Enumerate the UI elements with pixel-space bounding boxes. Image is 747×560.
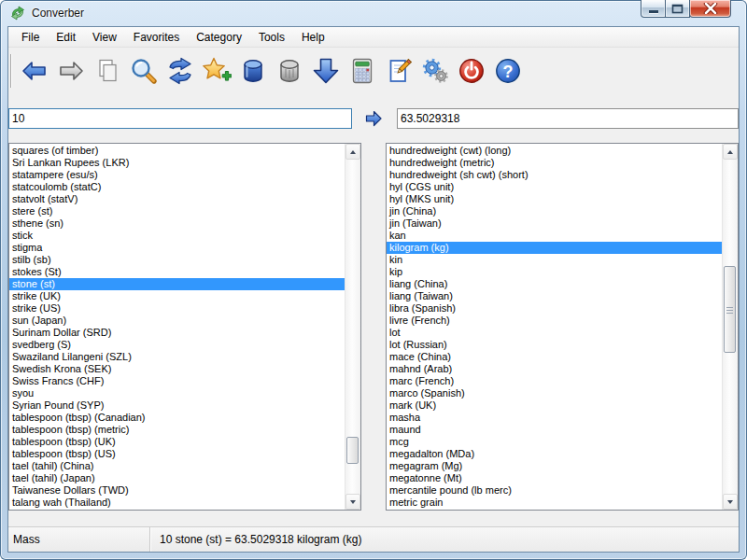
menu-favorites[interactable]: Favorites <box>125 27 188 48</box>
list-item[interactable]: Surinam Dollar (SRD) <box>9 327 345 339</box>
list-item[interactable]: mace (China) <box>387 351 722 363</box>
toolbar-gripper[interactable] <box>10 54 12 88</box>
add-favorite-button[interactable] <box>200 53 233 89</box>
scroll-down-button[interactable] <box>345 494 360 510</box>
list-item[interactable]: kan <box>387 230 722 242</box>
edit-button[interactable] <box>382 53 416 89</box>
list-item[interactable]: squares (of timber) <box>9 145 345 157</box>
list-item[interactable]: statcoulomb (statC) <box>9 181 345 193</box>
list-item[interactable]: megagram (Mg) <box>387 460 722 472</box>
list-item[interactable]: libra (Spanish) <box>387 302 722 315</box>
list-item[interactable]: statvolt (statV) <box>9 193 345 205</box>
forward-button[interactable] <box>54 53 88 89</box>
swap-units-button[interactable] <box>163 53 197 89</box>
scrollbar-thumb[interactable] <box>346 437 359 464</box>
menu-tools[interactable]: Tools <box>250 27 293 48</box>
list-item[interactable]: tael (tahil) (China) <box>9 460 345 472</box>
copy-pages-icon <box>92 56 122 86</box>
from-list-scrollbar[interactable] <box>345 144 360 510</box>
back-button[interactable] <box>18 53 51 89</box>
scroll-down-button[interactable] <box>723 494 738 510</box>
list-item[interactable]: stilb (sb) <box>9 254 345 266</box>
list-item[interactable]: syou <box>9 387 345 399</box>
list-item[interactable]: liang (China) <box>387 278 722 290</box>
from-value-input[interactable] <box>8 108 352 129</box>
copy-button[interactable] <box>91 53 124 89</box>
scrollbar-thumb[interactable] <box>724 266 736 353</box>
list-item[interactable]: mercantile pound (lb merc) <box>387 484 722 497</box>
search-button[interactable] <box>127 53 161 89</box>
list-item[interactable]: jin (Taiwan) <box>387 217 722 230</box>
list-item[interactable]: hundredweight (metric) <box>387 157 722 169</box>
list-item[interactable]: stick <box>9 230 345 242</box>
caption-buttons <box>641 0 731 18</box>
list-item[interactable]: tael (tahil) (Japan) <box>9 472 345 484</box>
close-button[interactable] <box>689 0 731 18</box>
list-item[interactable]: tablespoon (tbsp) (metric) <box>9 424 345 436</box>
menu-file[interactable]: File <box>13 27 48 48</box>
list-item[interactable]: mcg <box>387 436 722 448</box>
exit-button[interactable] <box>455 53 488 89</box>
update-button[interactable] <box>309 53 343 89</box>
to-list-scrollbar[interactable] <box>722 144 738 510</box>
maximize-icon <box>671 4 684 14</box>
calculator-button[interactable] <box>345 53 379 89</box>
list-item[interactable]: hyl (MKS unit) <box>387 193 722 205</box>
list-item[interactable]: Swaziland Lilangeni (SZL) <box>9 351 345 363</box>
list-item[interactable]: sun (Japan) <box>9 315 345 327</box>
list-item[interactable]: Swedish Krona (SEK) <box>9 363 345 375</box>
list-item[interactable]: hundredweight (sh cwt) (short) <box>387 169 722 181</box>
list-item[interactable]: tablespoon (tbsp) (UK) <box>9 436 345 448</box>
list-item[interactable]: strike (UK) <box>9 290 345 302</box>
list-item[interactable]: metric grain <box>387 497 722 509</box>
database-button[interactable] <box>236 53 270 89</box>
list-item[interactable]: statampere (esu/s) <box>9 169 345 181</box>
list-item[interactable]: liang (Taiwan) <box>387 290 722 302</box>
list-item[interactable]: tablespoon (tbsp) (Canadian) <box>9 412 345 424</box>
list-item[interactable]: tablespoon (tbsp) (US) <box>9 448 345 460</box>
list-item[interactable]: lot (Russian) <box>387 339 722 351</box>
scroll-up-button[interactable] <box>345 144 360 160</box>
list-item[interactable]: marc (French) <box>387 375 722 387</box>
list-item[interactable]: jin (China) <box>387 205 722 217</box>
list-item[interactable]: maund <box>387 424 722 436</box>
list-item[interactable]: livre (French) <box>387 315 722 327</box>
list-item[interactable]: svedberg (S) <box>9 339 345 351</box>
list-item[interactable]: mahnd (Arab) <box>387 363 722 375</box>
menu-help[interactable]: Help <box>293 27 333 48</box>
list-item[interactable]: megadalton (MDa) <box>387 448 722 460</box>
list-item[interactable]: lot <box>387 327 722 339</box>
menu-edit[interactable]: Edit <box>48 27 84 48</box>
list-item[interactable]: Sri Lankan Rupees (LKR) <box>9 157 345 169</box>
list-item[interactable]: hundredweight (cwt) (long) <box>387 145 722 157</box>
list-item[interactable]: mark (UK) <box>387 399 722 412</box>
to-value-input[interactable] <box>397 108 739 129</box>
menu-view[interactable]: View <box>84 27 125 48</box>
list-item[interactable]: stere (st) <box>9 205 345 217</box>
list-item[interactable]: stigma <box>9 242 345 254</box>
list-item-selected[interactable]: stone (st) <box>9 278 345 290</box>
list-item[interactable]: sthene (sn) <box>9 217 345 230</box>
help-button[interactable]: ? <box>491 53 525 89</box>
options-button[interactable] <box>418 53 452 89</box>
list-item[interactable]: talang wah (Thailand) <box>9 497 345 509</box>
list-item[interactable]: hyl (CGS unit) <box>387 181 722 193</box>
scroll-up-button[interactable] <box>723 144 738 160</box>
title-bar[interactable]: Converber <box>0 0 747 26</box>
minimize-button[interactable] <box>641 0 666 18</box>
list-item[interactable]: kin <box>387 254 722 266</box>
menu-category[interactable]: Category <box>188 27 250 48</box>
list-item[interactable]: Taiwanese Dollars (TWD) <box>9 484 345 497</box>
maximize-button[interactable] <box>665 0 690 18</box>
list-item[interactable]: marco (Spanish) <box>387 387 722 399</box>
list-item[interactable]: kip <box>387 266 722 278</box>
list-item[interactable]: masha <box>387 412 722 424</box>
list-item-selected[interactable]: kilogram (kg) <box>387 242 722 254</box>
clear-database-button[interactable] <box>273 53 306 89</box>
list-item[interactable]: megatonne (Mt) <box>387 472 722 484</box>
status-result: 10 stone (st) = 63.5029318 kilogram (kg) <box>151 527 739 552</box>
list-item[interactable]: Syrian Pound (SYP) <box>9 399 345 412</box>
list-item[interactable]: stokes (St) <box>9 266 345 278</box>
list-item[interactable]: strike (US) <box>9 302 345 315</box>
list-item[interactable]: Swiss Francs (CHF) <box>9 375 345 387</box>
